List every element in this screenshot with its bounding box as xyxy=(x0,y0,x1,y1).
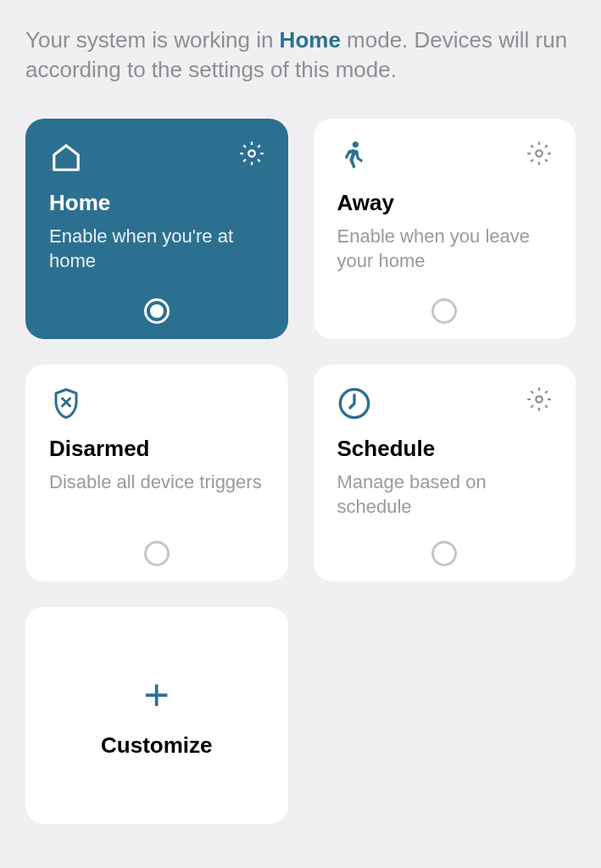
mode-card-schedule[interactable]: Schedule Manage based on schedule xyxy=(314,364,576,581)
radio-button[interactable] xyxy=(431,298,457,324)
card-title: Away xyxy=(337,190,553,216)
plus-icon: + xyxy=(144,673,170,717)
card-title: Disarmed xyxy=(49,436,264,462)
svg-point-1 xyxy=(352,142,358,147)
mode-card-away[interactable]: Away Enable when you leave your home xyxy=(314,119,576,339)
mode-grid: Home Enable when you're at home xyxy=(25,119,576,824)
gear-icon[interactable] xyxy=(239,141,264,166)
card-header xyxy=(49,141,264,175)
customize-title: Customize xyxy=(101,732,212,759)
customize-card[interactable]: + Customize xyxy=(25,607,288,824)
card-header xyxy=(337,141,553,175)
card-header xyxy=(337,387,553,420)
svg-point-4 xyxy=(536,396,543,403)
card-header xyxy=(49,387,264,420)
radio-container xyxy=(337,541,553,566)
shield-x-icon xyxy=(49,387,83,420)
card-description: Disable all device triggers xyxy=(49,470,264,531)
radio-inner xyxy=(437,304,451,318)
header-mode-name: Home xyxy=(280,27,341,53)
gear-icon[interactable] xyxy=(526,387,552,412)
gear-icon[interactable] xyxy=(526,141,552,166)
header-text-before: Your system is working in xyxy=(25,27,280,53)
header-status-text: Your system is working in Home mode. Dev… xyxy=(25,25,576,85)
svg-point-2 xyxy=(536,150,543,157)
radio-container xyxy=(337,298,553,324)
clock-icon xyxy=(337,387,371,420)
radio-button[interactable] xyxy=(144,298,170,324)
home-icon xyxy=(49,141,83,175)
card-title: Schedule xyxy=(337,436,553,462)
card-description: Manage based on schedule xyxy=(337,470,553,531)
radio-inner xyxy=(150,547,164,560)
radio-button[interactable] xyxy=(144,541,170,566)
walking-person-icon xyxy=(337,141,371,175)
mode-card-home[interactable]: Home Enable when you're at home xyxy=(25,119,288,339)
card-title: Home xyxy=(49,190,264,216)
card-description: Enable when you leave your home xyxy=(337,225,553,288)
svg-point-0 xyxy=(248,150,255,157)
radio-container xyxy=(49,541,264,566)
radio-container xyxy=(49,298,264,324)
radio-button[interactable] xyxy=(431,541,457,566)
radio-inner xyxy=(437,547,451,560)
card-description: Enable when you're at home xyxy=(49,225,264,288)
mode-card-disarmed[interactable]: Disarmed Disable all device triggers xyxy=(25,364,288,581)
radio-inner xyxy=(150,304,164,318)
